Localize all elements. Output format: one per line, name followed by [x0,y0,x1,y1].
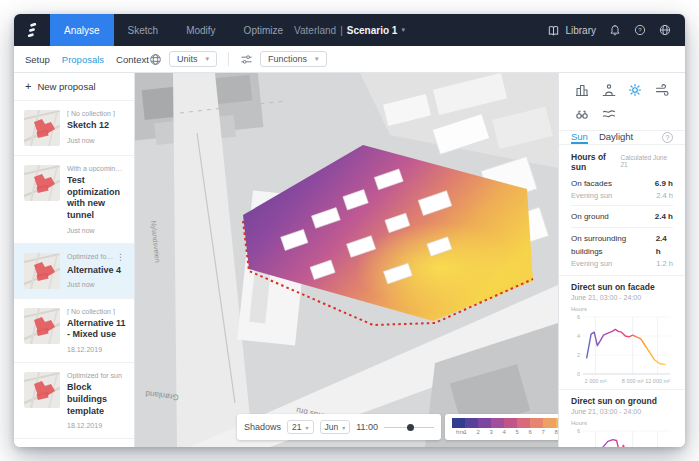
slider-knob[interactable] [407,424,414,431]
proposal-collection: With a upcoming comme... [67,165,126,172]
proposal-thumbnail [24,110,60,146]
tab-analyse[interactable]: Analyse [50,14,114,46]
title-separator: | [340,25,343,36]
ground-sun-chart: 02462 000 m²8 000 m²12 000 m² [571,427,674,447]
panel-help-icon[interactable]: ? [662,132,673,143]
stat-row: On surrounding buildings 2.4 h [571,232,673,258]
proposal-date: 18.12.2019 [67,346,126,353]
proposal-list-item[interactable]: [ No collection ] ⋮ Alternative 11 - Mix… [14,299,134,363]
library-label: Library [565,25,596,36]
proposal-list: [ No collection ] ⋮ Sketch 12 Just now W… [14,101,134,447]
chevron-down-icon: ▾ [206,55,210,63]
globe-icon[interactable] [659,24,671,36]
tab-sketch[interactable]: Sketch [114,14,173,46]
svg-text:2 000 m²: 2 000 m² [585,378,607,384]
help-icon[interactable]: ? [634,24,646,36]
hours-of-sun-section: Hours of sun Calculated June 21 On facad… [559,145,685,275]
main-nav-tabs: Analyse Sketch Modify Optimize [50,14,297,46]
app-logo-icon [14,14,50,46]
outdoor-areas-icon[interactable] [602,83,616,97]
functions-dropdown[interactable]: Functions▾ [260,51,327,67]
proposal-title: Test optimization with new tunnel [67,175,126,222]
proposal-date: Just now [67,137,126,144]
sun-hours-legend: hrs123456789 [445,414,558,440]
legend-labels: hrs123456789 [452,429,558,437]
proposal-list-item[interactable]: Optimized for sun ⋮ Alternative 4 Just n… [14,244,134,299]
proposal-date: Just now [67,281,126,288]
tab-sun[interactable]: Sun [571,131,588,144]
proposal-title: Sketch 12 [67,120,126,132]
svg-text:0: 0 [577,371,580,377]
tab-proposals[interactable]: Proposals [62,54,104,65]
microclimate-icon[interactable] [602,107,616,121]
chart-subtitle: June 21, 03:00 - 24:00 [571,294,673,301]
proposal-thumbnail [24,165,60,201]
proposal-list-item[interactable]: Optimized for wind ⋮ Empty site analysis… [14,439,134,447]
chevron-down-icon: ▾ [306,424,309,431]
chevron-down-icon: ▾ [315,55,319,63]
svg-text:4: 4 [577,333,580,339]
svg-text:?: ? [638,27,642,33]
analysis-tools [559,73,685,131]
plus-icon: + [25,81,31,92]
wind-icon[interactable] [655,83,669,97]
facade-sun-chart: 02462 000 m²8 000 m²12 000 m² [571,313,674,387]
proposal-list-item[interactable]: Optimized for sun ⋮ Block buildings temp… [14,363,134,439]
navbar-actions: Library ? [547,14,685,46]
tab-setup[interactable]: Setup [25,54,50,65]
project-scenario-selector[interactable]: Vaterland | Scenario 1 ▾ [294,14,405,46]
tab-optimize[interactable]: Optimize [230,14,297,46]
map-3d-viewport[interactable]: Nylandsveien Vaterlands bru Grønland Sha… [135,73,558,447]
proposals-sidebar: + New proposal [ No collection ] ⋮ Sketc… [14,73,135,447]
map-3d-view: Nylandsveien Vaterlands bru Grønland [135,73,558,447]
proposal-list-item[interactable]: With a upcoming comme... ⋮ Test optimiza… [14,156,134,244]
units-globe-icon[interactable] [149,53,162,66]
analysis-bottom-bar: Shadows 21▾ Jun▾ 11:00 hrs123456789 [237,414,553,440]
notifications-bell-icon[interactable] [609,24,621,36]
tab-modify[interactable]: Modify [172,14,229,46]
units-dropdown[interactable]: Units▾ [169,51,217,67]
views-icon[interactable] [575,107,589,121]
proposal-date: 18.12.2019 [67,422,126,429]
chart-ylabel: Hours [571,420,673,426]
scenario-name: Scenario 1 [347,25,398,36]
toolbar-divider [228,52,229,66]
day-dropdown[interactable]: 21▾ [287,420,313,434]
tab-daylight[interactable]: Daylight [599,131,633,144]
proposal-collection: Optimized for sun [67,372,122,379]
sub-toolbar: Setup Proposals Context Units▾ Functi [14,46,685,73]
shadows-label: Shadows [244,422,281,432]
calculated-date: Calculated June 21 [620,154,673,168]
ground-chart-section: Direct sun on ground June 21, 03:00 - 24… [559,389,685,447]
month-dropdown[interactable]: Jun▾ [320,420,351,434]
proposal-thumbnail [24,372,60,408]
facade-chart-section: Direct sun on facade June 21, 03:00 - 24… [559,275,685,389]
proposal-thumbnail [24,253,60,289]
new-proposal-button[interactable]: + New proposal [14,73,134,101]
chart-ylabel: Hours [571,306,673,312]
stat-row: On facades 6.9 h [571,177,673,190]
legend-gradient [452,418,558,428]
proposal-title: Alternative 4 [67,265,126,277]
proposal-collection: [ No collection ] [67,308,115,315]
view-controls: Units▾ Functions▾ [135,51,327,67]
svg-text:12 000 m²: 12 000 m² [645,378,670,384]
proposal-title: Alternative 11 - Mixed use [67,318,126,341]
kebab-menu-icon[interactable]: ⋮ [115,253,126,262]
sidebar-tabs: Setup Proposals Context [14,54,135,65]
proposal-thumbnail [24,308,60,344]
stat-subrow: Evening sun 2.4 h [571,190,673,201]
proposal-list-item[interactable]: [ No collection ] ⋮ Sketch 12 Just now [14,101,134,156]
library-button[interactable]: Library [547,24,596,37]
app-window: Analyse Sketch Modify Optimize Vaterland… [14,14,685,447]
proposal-collection: [ No collection ] [67,110,115,117]
top-navbar: Analyse Sketch Modify Optimize Vaterland… [14,14,685,46]
buildings-icon[interactable] [575,83,589,97]
sun-icon[interactable] [628,83,642,97]
proposal-date: Just now [67,227,126,234]
filters-sliders-icon[interactable] [240,53,253,66]
proposal-collection: Optimized for sun [67,253,115,260]
sun-panel-tabs: Sun Daylight ? [559,131,685,145]
stat-row: On ground 2.4 h [571,210,673,223]
time-slider[interactable] [384,420,434,434]
